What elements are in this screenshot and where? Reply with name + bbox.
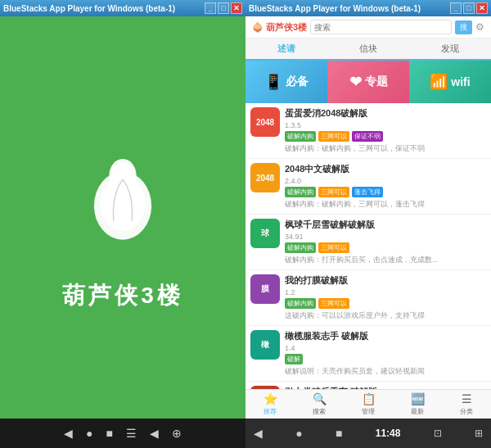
app-tag: 保证不弱 bbox=[352, 131, 383, 142]
maximize-btn-left[interactable]: □ bbox=[218, 2, 229, 14]
分类-nav-label: 分类 bbox=[460, 407, 473, 416]
app-tag: 破解 bbox=[285, 354, 303, 364]
right-taskbar: ◀ ● ■ 11:48 ⊡ ⊞ bbox=[246, 419, 491, 448]
fullscreen-icon[interactable]: ⊞ bbox=[475, 428, 483, 439]
tab-discover[interactable]: 发现 bbox=[409, 38, 491, 61]
app-name-text: 葫芦侠3楼 bbox=[62, 280, 183, 311]
app-tag: 破解内购 bbox=[285, 242, 316, 253]
app-icon: 球 bbox=[250, 219, 280, 248]
nav-item-分类[interactable]: ☰分类 bbox=[442, 390, 491, 419]
app-tag: 三网可以 bbox=[318, 131, 349, 142]
time-display: 11:48 bbox=[376, 428, 401, 439]
android-back-icon[interactable]: ◀ bbox=[254, 427, 263, 440]
right-title-bar: BlueStacks App Player for Windows (beta-… bbox=[246, 0, 491, 16]
分类-nav-icon: ☰ bbox=[462, 392, 472, 405]
app-name: 橄榄服装志手 破解版 bbox=[285, 330, 486, 342]
app-version: 1.2 bbox=[285, 288, 486, 296]
close-btn-left[interactable]: ✕ bbox=[231, 2, 242, 14]
app-tags: 破解 bbox=[285, 354, 486, 364]
app-tag: 破解内购 bbox=[285, 298, 316, 309]
app-tags: 破解内购三网可以 bbox=[285, 242, 486, 253]
wifi-icon: 📶 bbox=[430, 73, 448, 91]
app-icon: 2048 bbox=[250, 107, 280, 137]
app-list-item[interactable]: 膜我的打膜破解版1.2破解内购三网可以这破内购：可以以游戏乐度户外，支持飞得 bbox=[246, 270, 491, 326]
add-icon[interactable]: ⊕ bbox=[172, 427, 182, 440]
share-icon[interactable]: ⊡ bbox=[434, 428, 442, 439]
app-tag: 三网可以 bbox=[318, 242, 349, 253]
推荐-nav-icon: ⭐ bbox=[264, 392, 277, 405]
app-desc: 破解内购：破解内购，三网可以，保证不弱 bbox=[285, 143, 486, 154]
menu-icon[interactable]: ☰ bbox=[126, 427, 137, 440]
app-version: 2.4.0 bbox=[285, 177, 486, 185]
left-taskbar: ◀ ● ■ ☰ ◀ ⊕ bbox=[0, 419, 246, 448]
app-tags: 破解内购三网可以蓬击飞得 bbox=[285, 187, 486, 197]
app-tags: 破解内购三网可以保证不弱 bbox=[285, 131, 486, 142]
phone-icon: 📱 bbox=[264, 73, 282, 91]
app-info: 蛋蛋爱消2048破解版1.3.5破解内购三网可以保证不弱破解内购：破解内购，三网… bbox=[285, 107, 486, 154]
app-tag: 破解内购 bbox=[285, 131, 316, 142]
app-list-item[interactable]: 2048蛋蛋爱消2048破解版1.3.5破解内购三网可以保证不弱破解内购：破解内… bbox=[246, 103, 491, 159]
app-tag: 破解内购 bbox=[285, 187, 316, 197]
nav-item-搜索[interactable]: 🔍搜索 bbox=[295, 390, 344, 419]
store-name: 葫芦侠3楼 bbox=[266, 22, 307, 32]
category-banners: 📱 必备 ❤ 专题 📶 wifi bbox=[246, 61, 491, 103]
category-featured-label: 专题 bbox=[365, 75, 388, 89]
minimize-btn-left[interactable]: _ bbox=[205, 2, 216, 14]
app-list-item[interactable]: 车引力类破乐乘车 破解版75.51破解内购三网可以破解说明：您为虚假买游戏，清楚… bbox=[246, 382, 491, 389]
category-essential-label: 必备 bbox=[286, 75, 309, 89]
taskbar: ◀ ● ■ ☰ ◀ ⊕ ◀ ● ■ 11:48 ⊡ ⊞ bbox=[0, 419, 491, 448]
left-window-title: BlueStacks App Player for Windows (beta-… bbox=[3, 4, 205, 13]
推荐-nav-label: 推荐 bbox=[264, 407, 277, 416]
最新-nav-icon: 🆕 bbox=[411, 392, 425, 405]
app-tags: 破解内购三网可以 bbox=[285, 298, 486, 309]
nav-item-管理[interactable]: 📋管理 bbox=[344, 390, 393, 419]
app-info: 橄榄服装志手 破解版1.4破解破解说明：天亮作购买员套，建议轻视新闻 bbox=[285, 330, 486, 377]
store-logo-icon: 🧅 bbox=[252, 22, 264, 32]
tab-block[interactable]: 信块 bbox=[327, 38, 409, 61]
搜索-nav-icon: 🔍 bbox=[313, 392, 327, 405]
category-wifi-label: wifi bbox=[451, 75, 470, 88]
app-name: 枫球千层雪破解破解版 bbox=[285, 219, 486, 231]
android-home-icon[interactable]: ● bbox=[295, 427, 302, 440]
maximize-btn-right[interactable]: □ bbox=[463, 2, 475, 14]
bottom-nav: ⭐推荐🔍搜索📋管理🆕最新☰分类 bbox=[246, 389, 491, 419]
minimize-btn-right[interactable]: _ bbox=[450, 2, 462, 14]
recents-icon[interactable]: ■ bbox=[106, 427, 113, 440]
搜索-nav-label: 搜索 bbox=[313, 407, 326, 416]
nav-item-最新[interactable]: 🆕最新 bbox=[393, 390, 442, 419]
category-wifi[interactable]: 📶 wifi bbox=[409, 61, 491, 103]
store-header: 🧅 葫芦侠3楼 搜 ⚙ bbox=[246, 16, 491, 38]
app-list-item[interactable]: 橄橄榄服装志手 破解版1.4破解破解说明：天亮作购买员套，建议轻视新闻 bbox=[246, 326, 491, 382]
app-icon: 橄 bbox=[250, 330, 280, 360]
app-info: 我的打膜破解版1.2破解内购三网可以这破内购：可以以游戏乐度户外，支持飞得 bbox=[285, 274, 486, 321]
android-recents-icon[interactable]: ■ bbox=[336, 427, 342, 440]
app-list-item[interactable]: 球枫球千层雪破解破解版34.91破解内购三网可以破解内购：打开购买后买，击点速成… bbox=[246, 215, 491, 270]
app-version: 1.4 bbox=[285, 344, 486, 352]
volume-icon[interactable]: ◀ bbox=[150, 427, 159, 440]
back-icon[interactable]: ◀ bbox=[64, 427, 73, 440]
app-name: 蛋蛋爱消2048破解版 bbox=[285, 107, 486, 120]
nav-item-推荐[interactable]: ⭐推荐 bbox=[246, 390, 295, 419]
category-essential[interactable]: 📱 必备 bbox=[246, 61, 327, 103]
app-list-item[interactable]: 20482048中文破解版2.4.0破解内购三网可以蓬击飞得破解内购：破解内购，… bbox=[246, 159, 491, 215]
app-info: 枫球千层雪破解破解版34.91破解内购三网可以破解内购：打开购买后买，击点速成，… bbox=[285, 219, 486, 265]
app-list: 2048蛋蛋爱消2048破解版1.3.5破解内购三网可以保证不弱破解内购：破解内… bbox=[246, 103, 491, 389]
管理-nav-label: 管理 bbox=[362, 407, 375, 416]
left-panel: 葫芦侠3楼 bbox=[0, 16, 246, 419]
garlic-svg bbox=[74, 149, 172, 247]
close-btn-right[interactable]: ✕ bbox=[476, 2, 488, 14]
right-window-title: BlueStacks App Player for Windows (beta-… bbox=[249, 4, 450, 13]
right-panel: 🧅 葫芦侠3楼 搜 ⚙ 述请 信块 发现 📱 必备 ❤ 专题 📶 bbox=[246, 16, 491, 419]
search-button[interactable]: 搜 bbox=[455, 20, 472, 34]
category-featured[interactable]: ❤ 专题 bbox=[327, 61, 409, 103]
tab-recommend[interactable]: 述请 bbox=[246, 38, 327, 61]
app-tag: 三网可以 bbox=[318, 298, 349, 309]
heart-icon: ❤ bbox=[349, 73, 362, 91]
home-icon[interactable]: ● bbox=[86, 427, 92, 440]
最新-nav-label: 最新 bbox=[411, 407, 424, 416]
app-version: 34.91 bbox=[285, 233, 486, 241]
svg-point-4 bbox=[111, 162, 134, 189]
search-input[interactable] bbox=[310, 20, 452, 34]
app-tag: 三网可以 bbox=[318, 187, 349, 197]
settings-icon[interactable]: ⚙ bbox=[475, 21, 484, 33]
